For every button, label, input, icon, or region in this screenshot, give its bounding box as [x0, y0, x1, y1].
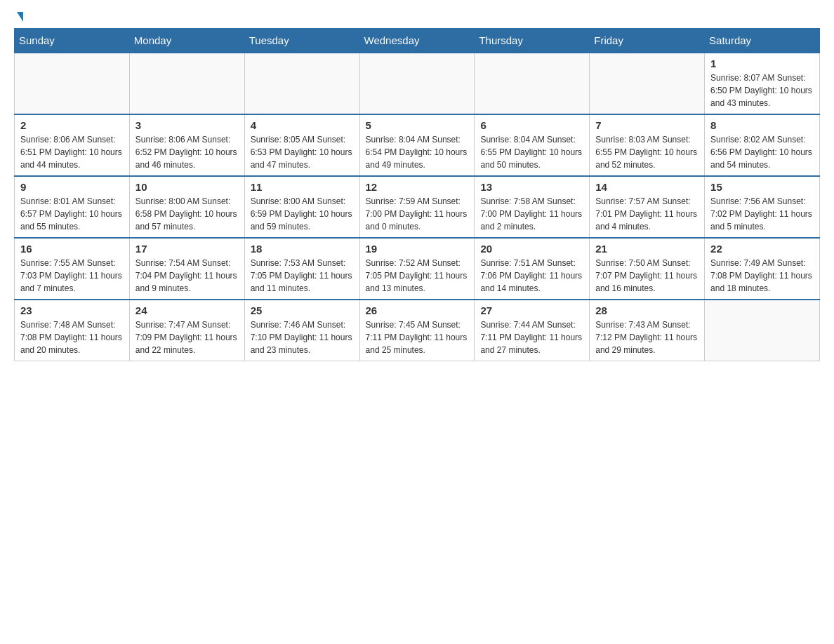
- calendar-cell: 5Sunrise: 8:04 AM Sunset: 6:54 PM Daylig…: [359, 114, 475, 176]
- calendar-cell: 22Sunrise: 7:49 AM Sunset: 7:08 PM Dayli…: [705, 238, 820, 300]
- logo-triangle-icon: [17, 12, 23, 22]
- weekday-header-saturday: Saturday: [705, 29, 820, 53]
- calendar-cell: 12Sunrise: 7:59 AM Sunset: 7:00 PM Dayli…: [359, 176, 475, 238]
- weekday-header-tuesday: Tuesday: [244, 29, 359, 53]
- logo: [14, 14, 23, 21]
- calendar-cell: 28Sunrise: 7:43 AM Sunset: 7:12 PM Dayli…: [590, 300, 705, 361]
- calendar-cell: 14Sunrise: 7:57 AM Sunset: 7:01 PM Dayli…: [590, 176, 705, 238]
- weekday-header-friday: Friday: [590, 29, 705, 53]
- day-number: 12: [366, 181, 469, 193]
- day-number: 7: [595, 119, 699, 131]
- calendar-cell: 21Sunrise: 7:50 AM Sunset: 7:07 PM Dayli…: [590, 238, 705, 300]
- calendar-cell: 3Sunrise: 8:06 AM Sunset: 6:52 PM Daylig…: [129, 114, 244, 176]
- day-info: Sunrise: 8:06 AM Sunset: 6:52 PM Dayligh…: [135, 133, 239, 171]
- day-number: 13: [480, 181, 583, 193]
- day-info: Sunrise: 7:58 AM Sunset: 7:00 PM Dayligh…: [480, 195, 583, 233]
- day-number: 27: [480, 304, 583, 316]
- day-number: 9: [20, 181, 124, 193]
- day-info: Sunrise: 8:04 AM Sunset: 6:55 PM Dayligh…: [480, 133, 583, 171]
- calendar-cell: [590, 53, 705, 114]
- calendar-cell: 9Sunrise: 8:01 AM Sunset: 6:57 PM Daylig…: [15, 176, 130, 238]
- weekday-header-sunday: Sunday: [15, 29, 130, 53]
- day-info: Sunrise: 7:57 AM Sunset: 7:01 PM Dayligh…: [595, 195, 699, 233]
- calendar-cell: 6Sunrise: 8:04 AM Sunset: 6:55 PM Daylig…: [475, 114, 590, 176]
- day-number: 15: [710, 181, 814, 193]
- day-number: 23: [20, 304, 124, 316]
- logo-text: [14, 14, 23, 21]
- day-info: Sunrise: 7:45 AM Sunset: 7:11 PM Dayligh…: [366, 318, 469, 356]
- calendar-cell: [359, 53, 475, 114]
- calendar-cell: 17Sunrise: 7:54 AM Sunset: 7:04 PM Dayli…: [129, 238, 244, 300]
- calendar-cell: 20Sunrise: 7:51 AM Sunset: 7:06 PM Dayli…: [475, 238, 590, 300]
- day-info: Sunrise: 8:01 AM Sunset: 6:57 PM Dayligh…: [20, 195, 124, 233]
- calendar-cell: 27Sunrise: 7:44 AM Sunset: 7:11 PM Dayli…: [475, 300, 590, 361]
- day-number: 2: [20, 119, 124, 131]
- calendar-week-1: 1Sunrise: 8:07 AM Sunset: 6:50 PM Daylig…: [15, 53, 820, 114]
- weekday-header-row: SundayMondayTuesdayWednesdayThursdayFrid…: [15, 29, 820, 53]
- day-number: 18: [251, 243, 354, 255]
- weekday-header-wednesday: Wednesday: [359, 29, 475, 53]
- calendar-cell: 8Sunrise: 8:02 AM Sunset: 6:56 PM Daylig…: [705, 114, 820, 176]
- day-info: Sunrise: 8:04 AM Sunset: 6:54 PM Dayligh…: [366, 133, 469, 171]
- day-info: Sunrise: 7:43 AM Sunset: 7:12 PM Dayligh…: [595, 318, 699, 356]
- calendar-cell: 1Sunrise: 8:07 AM Sunset: 6:50 PM Daylig…: [705, 53, 820, 114]
- calendar-cell: [475, 53, 590, 114]
- day-info: Sunrise: 7:52 AM Sunset: 7:05 PM Dayligh…: [366, 257, 469, 295]
- day-number: 16: [20, 243, 124, 255]
- calendar-cell: [705, 300, 820, 361]
- day-info: Sunrise: 8:00 AM Sunset: 6:58 PM Dayligh…: [135, 195, 239, 233]
- day-number: 25: [251, 304, 354, 316]
- day-info: Sunrise: 7:48 AM Sunset: 7:08 PM Dayligh…: [20, 318, 124, 356]
- calendar-cell: 15Sunrise: 7:56 AM Sunset: 7:02 PM Dayli…: [705, 176, 820, 238]
- calendar-week-4: 16Sunrise: 7:55 AM Sunset: 7:03 PM Dayli…: [15, 238, 820, 300]
- day-info: Sunrise: 8:05 AM Sunset: 6:53 PM Dayligh…: [251, 133, 354, 171]
- day-info: Sunrise: 7:53 AM Sunset: 7:05 PM Dayligh…: [251, 257, 354, 295]
- day-number: 19: [366, 243, 469, 255]
- day-info: Sunrise: 7:59 AM Sunset: 7:00 PM Dayligh…: [366, 195, 469, 233]
- day-number: 3: [135, 119, 239, 131]
- day-number: 14: [595, 181, 699, 193]
- calendar-cell: 26Sunrise: 7:45 AM Sunset: 7:11 PM Dayli…: [359, 300, 475, 361]
- calendar-cell: 13Sunrise: 7:58 AM Sunset: 7:00 PM Dayli…: [475, 176, 590, 238]
- day-number: 17: [135, 243, 239, 255]
- day-info: Sunrise: 8:03 AM Sunset: 6:55 PM Dayligh…: [595, 133, 699, 171]
- calendar-week-2: 2Sunrise: 8:06 AM Sunset: 6:51 PM Daylig…: [15, 114, 820, 176]
- day-number: 10: [135, 181, 239, 193]
- day-info: Sunrise: 7:50 AM Sunset: 7:07 PM Dayligh…: [595, 257, 699, 295]
- calendar-cell: [244, 53, 359, 114]
- day-info: Sunrise: 7:46 AM Sunset: 7:10 PM Dayligh…: [251, 318, 354, 356]
- day-number: 4: [251, 119, 354, 131]
- page-header: [14, 14, 820, 21]
- calendar-week-3: 9Sunrise: 8:01 AM Sunset: 6:57 PM Daylig…: [15, 176, 820, 238]
- weekday-header-monday: Monday: [129, 29, 244, 53]
- calendar-cell: 19Sunrise: 7:52 AM Sunset: 7:05 PM Dayli…: [359, 238, 475, 300]
- calendar-cell: [15, 53, 130, 114]
- calendar-cell: 2Sunrise: 8:06 AM Sunset: 6:51 PM Daylig…: [15, 114, 130, 176]
- day-info: Sunrise: 8:00 AM Sunset: 6:59 PM Dayligh…: [251, 195, 354, 233]
- day-number: 11: [251, 181, 354, 193]
- day-number: 6: [480, 119, 583, 131]
- day-info: Sunrise: 7:49 AM Sunset: 7:08 PM Dayligh…: [710, 257, 814, 295]
- calendar-cell: 23Sunrise: 7:48 AM Sunset: 7:08 PM Dayli…: [15, 300, 130, 361]
- calendar-cell: 25Sunrise: 7:46 AM Sunset: 7:10 PM Dayli…: [244, 300, 359, 361]
- day-number: 5: [366, 119, 469, 131]
- calendar-cell: 18Sunrise: 7:53 AM Sunset: 7:05 PM Dayli…: [244, 238, 359, 300]
- day-info: Sunrise: 7:47 AM Sunset: 7:09 PM Dayligh…: [135, 318, 239, 356]
- calendar-cell: 11Sunrise: 8:00 AM Sunset: 6:59 PM Dayli…: [244, 176, 359, 238]
- day-info: Sunrise: 8:07 AM Sunset: 6:50 PM Dayligh…: [710, 72, 814, 109]
- calendar-cell: 7Sunrise: 8:03 AM Sunset: 6:55 PM Daylig…: [590, 114, 705, 176]
- calendar-week-5: 23Sunrise: 7:48 AM Sunset: 7:08 PM Dayli…: [15, 300, 820, 361]
- day-info: Sunrise: 7:56 AM Sunset: 7:02 PM Dayligh…: [710, 195, 814, 233]
- calendar-cell: 16Sunrise: 7:55 AM Sunset: 7:03 PM Dayli…: [15, 238, 130, 300]
- calendar-cell: 24Sunrise: 7:47 AM Sunset: 7:09 PM Dayli…: [129, 300, 244, 361]
- day-number: 26: [366, 304, 469, 316]
- calendar-cell: [129, 53, 244, 114]
- weekday-header-thursday: Thursday: [475, 29, 590, 53]
- day-number: 21: [595, 243, 699, 255]
- day-info: Sunrise: 7:54 AM Sunset: 7:04 PM Dayligh…: [135, 257, 239, 295]
- day-info: Sunrise: 8:06 AM Sunset: 6:51 PM Dayligh…: [20, 133, 124, 171]
- day-info: Sunrise: 7:55 AM Sunset: 7:03 PM Dayligh…: [20, 257, 124, 295]
- calendar-table: SundayMondayTuesdayWednesdayThursdayFrid…: [14, 28, 820, 361]
- day-number: 8: [710, 119, 814, 131]
- day-info: Sunrise: 8:02 AM Sunset: 6:56 PM Dayligh…: [710, 133, 814, 171]
